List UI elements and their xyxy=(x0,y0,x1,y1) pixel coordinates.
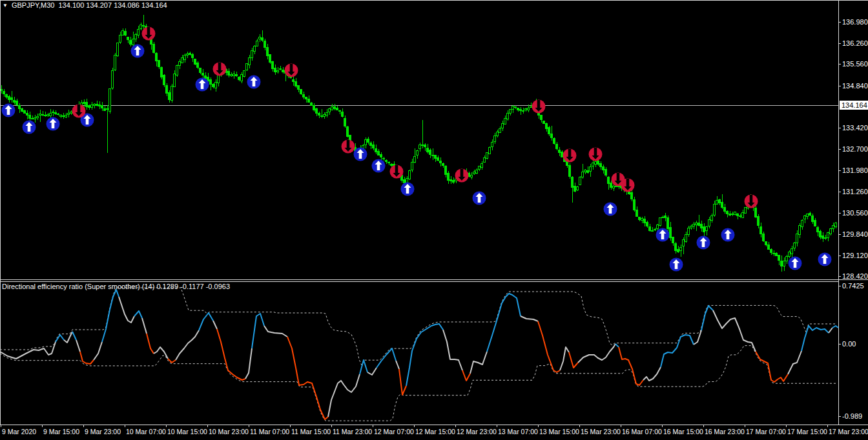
mt4-chart-window[interactable]: ▼GBPJPY,M30 134.100 134.207 134.086 134.… xyxy=(0,0,868,440)
indicator-line-segment xyxy=(245,348,252,379)
sell-signal-icon xyxy=(213,63,227,76)
indicator-line-segment xyxy=(560,347,569,370)
indicator-line-segment xyxy=(470,352,487,374)
indicator-line-segment xyxy=(76,340,80,352)
sell-signal-icon xyxy=(72,105,86,118)
indicator-line-segment xyxy=(56,335,64,342)
chart-canvas[interactable] xyxy=(0,0,868,440)
buy-signal-icon xyxy=(697,236,710,250)
sell-signal-icon xyxy=(390,165,404,179)
sell-signal-icon xyxy=(745,195,758,208)
time-axis-label: 10 Mar 07:00 xyxy=(126,428,166,436)
time-axis-label: 17 Mar 15:00 xyxy=(787,428,827,436)
buy-signal-icon xyxy=(604,203,617,216)
buy-signal-icon xyxy=(818,253,832,266)
price-axis-label: 136.260 xyxy=(842,39,868,48)
indicator-title: Directional efficiency ratio (Super smoo… xyxy=(2,283,230,291)
buy-signal-icon xyxy=(789,257,802,270)
indicator-line-segment xyxy=(694,330,701,345)
buy-signal-icon xyxy=(247,75,261,89)
sell-signal-icon xyxy=(621,179,635,192)
time-axis-label: 13 Mar 15:00 xyxy=(539,428,579,436)
sell-signal-icon xyxy=(532,100,546,114)
chart-title: ▼GBPJPY,M30 134.100 134.207 134.086 134.… xyxy=(3,1,167,10)
time-axis-label: 17 Mar 07:00 xyxy=(746,428,786,436)
indicator-line-segment xyxy=(829,328,832,333)
price-axis-label: 128.420 xyxy=(842,272,868,281)
indicator-line-segment xyxy=(80,352,94,364)
indicator-line-segment xyxy=(832,326,838,328)
indicator-line-segment xyxy=(569,352,578,368)
buy-signal-icon xyxy=(372,159,386,173)
indicator-line-segment xyxy=(701,306,713,330)
price-axis-label: 130.560 xyxy=(842,209,868,217)
time-axis-label: 11 Mar 15:00 xyxy=(291,428,331,436)
indicator-line-segment xyxy=(199,313,213,330)
time-axis-label: 16 Mar 15:00 xyxy=(663,428,703,436)
indicator-upper-band xyxy=(0,288,837,365)
chart-dropdown-icon[interactable]: ▼ xyxy=(3,1,8,10)
indicator-line-segment xyxy=(264,326,287,337)
buy-signal-icon xyxy=(46,117,60,131)
time-axis-label: 16 Mar 07:00 xyxy=(622,428,662,436)
buy-signal-icon xyxy=(670,258,683,272)
indicator-line-segment xyxy=(142,318,147,334)
time-axis-label: 10 Mar 23:00 xyxy=(209,428,249,436)
indicator-line-segment xyxy=(287,337,328,419)
indicator-line-segment xyxy=(64,332,72,343)
indicator-line-segment xyxy=(443,330,462,370)
indicator-line-segment xyxy=(615,344,619,347)
time-axis-label: 11 Mar 07:00 xyxy=(250,428,289,436)
indicator-line-segment xyxy=(788,351,801,374)
indicator-line-segment xyxy=(399,369,406,395)
buy-signal-icon xyxy=(656,228,670,242)
buy-signal-icon xyxy=(401,183,415,196)
time-axis-label: 11 Mar 23:00 xyxy=(333,428,372,436)
time-axis-label: 17 Mar 23:00 xyxy=(829,428,868,436)
buy-signal-icon xyxy=(473,192,486,205)
buy-signal-icon xyxy=(354,148,367,161)
time-axis-label: 12 Mar 23:00 xyxy=(457,428,497,436)
price-axis-label: 133.420 xyxy=(842,124,868,132)
price-axis-label: 135.560 xyxy=(842,60,868,68)
buy-signal-icon xyxy=(2,104,16,117)
indicator-line-segment xyxy=(756,352,788,382)
candlesticks xyxy=(1,15,837,272)
indicator-line-segment xyxy=(72,332,76,340)
price-axis-label: 131.980 xyxy=(842,166,868,175)
time-axis-label: 9 Mar 15:00 xyxy=(43,428,79,436)
indicator-line-segment xyxy=(487,294,521,352)
indicator-line-segment xyxy=(119,297,134,323)
time-axis-label: 15 Mar 23:00 xyxy=(581,428,621,436)
indicator-line-segment xyxy=(134,311,142,318)
buy-signal-icon xyxy=(196,78,209,92)
buy-signal-icon xyxy=(721,228,735,242)
price-axis-label: 129.840 xyxy=(842,230,868,239)
indicator-line-segment xyxy=(213,321,217,329)
indicator-line-segment xyxy=(406,324,443,386)
time-axis-label: 13 Mar 07:00 xyxy=(498,428,538,436)
indicator-line-segment xyxy=(578,344,615,363)
time-axis-label: 12 Mar 07:00 xyxy=(374,428,414,436)
sell-signal-icon xyxy=(342,140,355,154)
buy-signal-icon xyxy=(23,121,36,134)
indicator-line-segment xyxy=(217,329,245,380)
indicator-line-segment xyxy=(252,314,264,348)
indicator-line-segment xyxy=(102,290,119,342)
indicator-line-segment xyxy=(396,361,399,369)
symbol-period-label: GBPJPY,M30 xyxy=(12,1,54,9)
sell-signal-icon xyxy=(455,169,469,183)
indicator-line-segment xyxy=(538,321,560,372)
price-axis-label: 129.120 xyxy=(842,252,868,260)
sell-signal-icon xyxy=(589,148,603,161)
indicator-line-segment xyxy=(801,326,829,351)
buy-signal-icon xyxy=(131,45,145,58)
indicator-line-segment xyxy=(643,367,661,381)
indicator-line-segment xyxy=(521,316,538,321)
indicator-line-segment xyxy=(661,335,694,367)
indicator-line-segment xyxy=(147,334,154,354)
indicator-line-segment xyxy=(168,359,176,363)
indicator-line-segment xyxy=(377,348,396,368)
indicator-line-segment xyxy=(0,342,56,359)
indicator-line-segment xyxy=(328,374,360,417)
